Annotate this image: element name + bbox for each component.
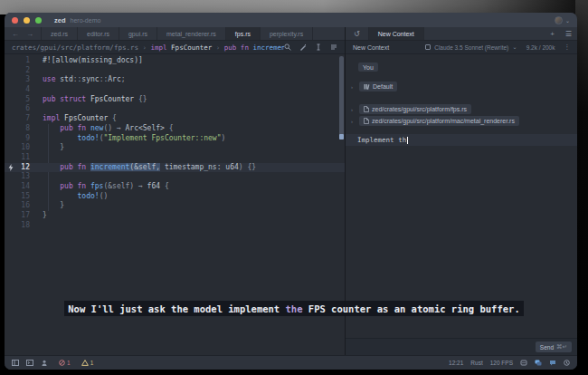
context-row-metal-renderer-rs[interactable]: ›zed/crates/gpui/src/platform/mac/metal_… [351, 116, 577, 126]
assistant-panel-icon[interactable] [41, 360, 48, 366]
window-controls [12, 17, 42, 24]
line-number: 2 [5, 66, 35, 76]
chevron-right-icon[interactable]: › [351, 84, 356, 90]
send-button[interactable]: Send⌘↵ [536, 341, 572, 352]
status-bar: 1 1 12:21 Rust 120 FPS [5, 355, 577, 370]
text-cursor [407, 137, 408, 144]
minimize-window-button[interactable] [24, 17, 30, 24]
code-line-2[interactable]: 2 [5, 66, 345, 76]
history-icon[interactable]: ↺ [346, 27, 369, 40]
feedback-icon[interactable] [549, 360, 556, 366]
file-icon [364, 118, 369, 125]
code-line-15[interactable]: 15 todo!() [5, 192, 345, 202]
code-line-9[interactable]: 9 todo!("Implement FpsCounter::new") [5, 134, 345, 144]
subtitle-caption: Now I'll just ask the model implement th… [0, 303, 588, 313]
code-line-10[interactable]: 10 } [5, 143, 345, 153]
inline-assist-icon[interactable] [299, 43, 307, 51]
close-window-button[interactable] [12, 17, 18, 24]
collab-icon[interactable] [535, 360, 542, 366]
context-row-label: Default [373, 83, 393, 90]
chevron-right-icon[interactable]: › [351, 107, 356, 112]
app-title: zed [54, 16, 66, 24]
tab-metal-renderer-rs[interactable]: metal_renderer.rs [157, 27, 226, 40]
code-line-7[interactable]: 7impl FpsCounter { [5, 114, 345, 124]
panel-menu-icon[interactable]: ☰ [560, 27, 577, 40]
breadcrumb[interactable]: crates/gpui/src/platform/fps.rs › impl F… [12, 43, 284, 52]
diagnostics-warnings[interactable]: 1 [81, 360, 94, 366]
user-avatar[interactable] [555, 16, 563, 24]
line-number: 15 [5, 192, 35, 202]
code-line-1[interactable]: 1#![allow(missing_docs)] [5, 56, 345, 66]
tab-editor-rs[interactable]: editor.rs [78, 27, 119, 40]
line-number: 4 [5, 85, 35, 95]
line-number: 6 [5, 104, 35, 114]
nav-forward-icon[interactable]: → [26, 30, 33, 38]
editor-toolbar: crates/gpui/src/platform/fps.rs › impl F… [5, 41, 345, 54]
zed-window: zed hero-demo ⌄ ← → zed.rseditor.rsgpui.… [5, 13, 577, 370]
line-number: 8 [5, 124, 35, 134]
code-line-18[interactable]: 18 [5, 221, 345, 231]
model-selector[interactable]: Claude 3.5 Sonnet (Rewrite) [434, 44, 508, 51]
editor-tab-bar: ← → zed.rseditor.rsgpui.rsmetal_renderer… [5, 27, 345, 41]
context-row-label: zed/crates/gpui/src/platform/fps.rs [372, 106, 467, 112]
outline-list-icon[interactable] [330, 43, 337, 51]
send-shortcut: ⌘↵ [556, 343, 567, 351]
chevron-right-icon[interactable]: › [351, 119, 356, 124]
code-line-14[interactable]: 14 pub fn fps(&self) → f64 { [5, 182, 345, 192]
zoom-window-button[interactable] [35, 17, 42, 24]
code-line-5[interactable]: 5pub struct FpsCounter {} [5, 95, 345, 105]
context-row-Default[interactable]: ›Default [351, 82, 577, 91]
chevron-down-icon[interactable]: ⌄ [565, 17, 570, 24]
line-number: 5 [5, 95, 35, 105]
project-title: hero-demo [71, 17, 101, 24]
code-line-11[interactable]: 11 [5, 153, 345, 163]
message-input[interactable]: Implement th [346, 134, 577, 146]
code-line-6[interactable]: 6 [5, 104, 345, 114]
terminal-panel-icon[interactable] [26, 360, 33, 366]
language-selector[interactable]: Rust [470, 360, 482, 366]
tab-fps-rs[interactable]: fps.rs [226, 27, 261, 40]
code-line-12[interactable]: 12 pub fn increment(&self, timestamp_ns:… [5, 163, 345, 173]
code-line-17[interactable]: 17} [5, 211, 345, 221]
cursor-position[interactable]: 12:21 [449, 360, 463, 366]
assistant-toolbar: New Context Claude 3.5 Sonnet (Rewrite) … [346, 41, 577, 54]
line-number: 10 [5, 143, 35, 153]
context-row-label: zed/crates/gpui/src/platform/mac/metal_r… [372, 118, 515, 124]
nav-back-icon[interactable]: ← [12, 30, 19, 38]
assistant-tab-bar: ↺ New Context + ☰ [346, 27, 577, 41]
tab-new-context[interactable]: New Context [369, 27, 424, 40]
line-number: 13 [5, 172, 35, 182]
context-editor[interactable]: You ›Default›zed/crates/gpui/src/platfor… [346, 54, 577, 338]
copilot-icon[interactable] [520, 360, 527, 366]
update-icon[interactable] [564, 360, 570, 366]
code-line-4[interactable]: 4 [5, 85, 345, 95]
new-context-icon[interactable]: + [545, 27, 560, 40]
code-line-3[interactable]: 3use std::sync::Arc; [5, 75, 345, 85]
context-title[interactable]: New Context [353, 44, 389, 51]
code-line-8[interactable]: 8 pub fn new() → Arc<Self> { [5, 124, 345, 134]
tab-zed-rs[interactable]: zed.rs [42, 27, 78, 40]
context-row-fps-rs[interactable]: ›zed/crates/gpui/src/platform/fps.rs [351, 104, 577, 114]
code-line-16[interactable]: 16 } [5, 201, 345, 211]
file-icon [364, 106, 369, 113]
line-number: 16 [5, 201, 35, 211]
fps-counter: 120 FPS [490, 360, 513, 366]
tab-perplexity-rs[interactable]: perplexity.rs [261, 27, 313, 40]
code-line-13[interactable]: 13 [5, 172, 345, 182]
line-number: 7 [5, 114, 35, 124]
line-number: 18 [5, 221, 35, 231]
title-bar: zed hero-demo ⌄ [5, 13, 577, 27]
project-panel-icon[interactable] [12, 360, 19, 366]
search-icon[interactable] [284, 43, 291, 51]
model-icon [425, 44, 431, 50]
line-number: 3 [5, 75, 35, 85]
text-cursor-icon[interactable] [315, 43, 322, 51]
desktop-wallpaper-edge [575, 0, 588, 375]
tab-gpui-rs[interactable]: gpui.rs [119, 27, 157, 40]
line-number: 9 [5, 134, 35, 144]
line-number: 11 [5, 153, 35, 163]
editor-tabs: zed.rseditor.rsgpui.rsmetal_renderer.rsf… [42, 27, 313, 40]
overflow-menu-icon[interactable]: ⋮ [564, 43, 571, 51]
assistant-footer: Send⌘↵ [346, 338, 577, 355]
diagnostics-errors[interactable]: 1 [59, 360, 71, 366]
